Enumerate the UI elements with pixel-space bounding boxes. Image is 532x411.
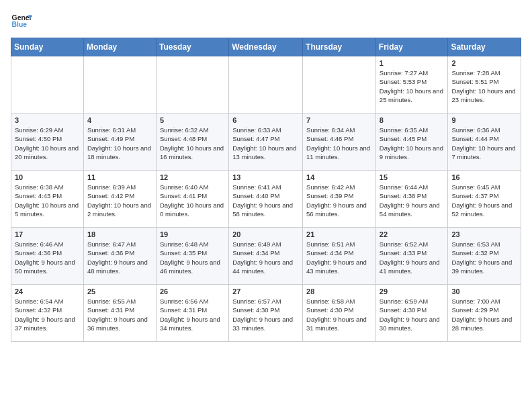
- day-number: 16: [451, 173, 517, 181]
- calendar-cell: 3Sunrise: 6:29 AM Sunset: 4:50 PM Daylig…: [11, 113, 84, 171]
- day-number: 20: [232, 230, 299, 238]
- calendar-header-row: SundayMondayTuesdayWednesdayThursdayFrid…: [11, 38, 521, 56]
- day-info: Sunrise: 6:51 AM Sunset: 4:34 PM Dayligh…: [306, 240, 372, 275]
- day-number: 14: [306, 173, 372, 181]
- calendar-cell: 29Sunrise: 6:59 AM Sunset: 4:30 PM Dayli…: [375, 285, 448, 342]
- day-number: 26: [160, 287, 225, 295]
- day-info: Sunrise: 7:00 AM Sunset: 4:29 PM Dayligh…: [451, 297, 517, 332]
- calendar-cell: 11Sunrise: 6:39 AM Sunset: 4:42 PM Dayli…: [83, 171, 156, 228]
- day-number: 11: [87, 173, 152, 181]
- column-header-tuesday: Tuesday: [156, 38, 228, 56]
- day-info: Sunrise: 6:42 AM Sunset: 4:39 PM Dayligh…: [306, 183, 372, 218]
- week-row-4: 17Sunrise: 6:46 AM Sunset: 4:36 PM Dayli…: [11, 228, 521, 285]
- day-info: Sunrise: 6:29 AM Sunset: 4:50 PM Dayligh…: [15, 126, 80, 161]
- calendar-cell: 28Sunrise: 6:58 AM Sunset: 4:30 PM Dayli…: [303, 285, 376, 342]
- day-number: 21: [306, 230, 372, 238]
- calendar-cell: 10Sunrise: 6:38 AM Sunset: 4:43 PM Dayli…: [11, 171, 84, 228]
- day-info: Sunrise: 6:33 AM Sunset: 4:47 PM Dayligh…: [232, 126, 299, 161]
- calendar-cell: [156, 56, 228, 113]
- calendar-cell: 23Sunrise: 6:53 AM Sunset: 4:32 PM Dayli…: [448, 228, 521, 285]
- calendar-cell: 15Sunrise: 6:44 AM Sunset: 4:38 PM Dayli…: [375, 171, 448, 228]
- day-number: 17: [15, 230, 80, 238]
- calendar-cell: [11, 56, 84, 113]
- day-info: Sunrise: 6:49 AM Sunset: 4:34 PM Dayligh…: [232, 240, 299, 275]
- day-info: Sunrise: 6:31 AM Sunset: 4:49 PM Dayligh…: [87, 126, 152, 161]
- day-info: Sunrise: 6:56 AM Sunset: 4:31 PM Dayligh…: [160, 297, 225, 332]
- day-info: Sunrise: 6:52 AM Sunset: 4:33 PM Dayligh…: [380, 240, 445, 275]
- day-number: 13: [232, 173, 299, 181]
- day-info: Sunrise: 6:53 AM Sunset: 4:32 PM Dayligh…: [451, 240, 517, 275]
- day-number: 27: [232, 287, 299, 295]
- calendar-cell: 2Sunrise: 7:28 AM Sunset: 5:51 PM Daylig…: [448, 56, 521, 113]
- calendar-cell: 1Sunrise: 7:27 AM Sunset: 5:53 PM Daylig…: [375, 56, 448, 113]
- day-info: Sunrise: 6:36 AM Sunset: 4:44 PM Dayligh…: [451, 126, 517, 161]
- calendar-cell: 14Sunrise: 6:42 AM Sunset: 4:39 PM Dayli…: [303, 171, 376, 228]
- day-number: 8: [380, 116, 445, 124]
- calendar-cell: 20Sunrise: 6:49 AM Sunset: 4:34 PM Dayli…: [229, 228, 303, 285]
- day-number: 22: [380, 230, 445, 238]
- week-row-3: 10Sunrise: 6:38 AM Sunset: 4:43 PM Dayli…: [11, 171, 521, 228]
- day-number: 18: [87, 230, 152, 238]
- day-number: 24: [15, 287, 80, 295]
- day-number: 19: [160, 230, 225, 238]
- day-info: Sunrise: 7:27 AM Sunset: 5:53 PM Dayligh…: [380, 68, 445, 104]
- day-number: 29: [380, 287, 445, 295]
- week-row-1: 1Sunrise: 7:27 AM Sunset: 5:53 PM Daylig…: [11, 56, 521, 113]
- day-info: Sunrise: 6:59 AM Sunset: 4:30 PM Dayligh…: [380, 297, 445, 332]
- calendar-cell: 30Sunrise: 7:00 AM Sunset: 4:29 PM Dayli…: [448, 285, 521, 342]
- column-header-wednesday: Wednesday: [229, 38, 303, 56]
- calendar-cell: 4Sunrise: 6:31 AM Sunset: 4:49 PM Daylig…: [83, 113, 156, 171]
- day-number: 9: [451, 116, 517, 124]
- day-number: 4: [87, 116, 152, 124]
- calendar-cell: 21Sunrise: 6:51 AM Sunset: 4:34 PM Dayli…: [303, 228, 376, 285]
- week-row-2: 3Sunrise: 6:29 AM Sunset: 4:50 PM Daylig…: [11, 113, 521, 171]
- day-number: 23: [451, 230, 517, 238]
- column-header-thursday: Thursday: [303, 38, 376, 56]
- day-number: 2: [451, 59, 517, 67]
- day-info: Sunrise: 6:34 AM Sunset: 4:46 PM Dayligh…: [306, 126, 372, 161]
- calendar-cell: 13Sunrise: 6:41 AM Sunset: 4:40 PM Dayli…: [229, 171, 303, 228]
- day-info: Sunrise: 6:44 AM Sunset: 4:38 PM Dayligh…: [380, 183, 445, 218]
- calendar-cell: 5Sunrise: 6:32 AM Sunset: 4:48 PM Daylig…: [156, 113, 228, 171]
- day-number: 25: [87, 287, 152, 295]
- day-info: Sunrise: 6:41 AM Sunset: 4:40 PM Dayligh…: [232, 183, 299, 218]
- day-info: Sunrise: 6:54 AM Sunset: 4:32 PM Dayligh…: [15, 297, 80, 332]
- day-info: Sunrise: 6:32 AM Sunset: 4:48 PM Dayligh…: [160, 126, 225, 161]
- calendar-cell: 6Sunrise: 6:33 AM Sunset: 4:47 PM Daylig…: [229, 113, 303, 171]
- logo-icon: General Blue: [11, 11, 32, 32]
- calendar-cell: 9Sunrise: 6:36 AM Sunset: 4:44 PM Daylig…: [448, 113, 521, 171]
- day-number: 10: [15, 173, 80, 181]
- calendar-cell: [83, 56, 156, 113]
- day-number: 30: [451, 287, 517, 295]
- day-info: Sunrise: 6:58 AM Sunset: 4:30 PM Dayligh…: [306, 297, 372, 332]
- page-header: General Blue: [11, 11, 521, 32]
- day-info: Sunrise: 7:28 AM Sunset: 5:51 PM Dayligh…: [451, 68, 517, 104]
- calendar-cell: 22Sunrise: 6:52 AM Sunset: 4:33 PM Dayli…: [375, 228, 448, 285]
- week-row-5: 24Sunrise: 6:54 AM Sunset: 4:32 PM Dayli…: [11, 285, 521, 342]
- day-number: 12: [160, 173, 225, 181]
- day-info: Sunrise: 6:46 AM Sunset: 4:36 PM Dayligh…: [15, 240, 80, 275]
- day-info: Sunrise: 6:39 AM Sunset: 4:42 PM Dayligh…: [87, 183, 152, 218]
- calendar-table: SundayMondayTuesdayWednesdayThursdayFrid…: [11, 38, 521, 342]
- column-header-monday: Monday: [83, 38, 156, 56]
- calendar-cell: [229, 56, 303, 113]
- calendar-cell: 12Sunrise: 6:40 AM Sunset: 4:41 PM Dayli…: [156, 171, 228, 228]
- day-number: 28: [306, 287, 372, 295]
- calendar-cell: 24Sunrise: 6:54 AM Sunset: 4:32 PM Dayli…: [11, 285, 84, 342]
- day-number: 1: [380, 59, 445, 67]
- calendar-cell: 16Sunrise: 6:45 AM Sunset: 4:37 PM Dayli…: [448, 171, 521, 228]
- calendar-cell: 8Sunrise: 6:35 AM Sunset: 4:45 PM Daylig…: [375, 113, 448, 171]
- column-header-sunday: Sunday: [11, 38, 84, 56]
- day-number: 6: [232, 116, 299, 124]
- day-info: Sunrise: 6:38 AM Sunset: 4:43 PM Dayligh…: [15, 183, 80, 218]
- calendar-cell: 26Sunrise: 6:56 AM Sunset: 4:31 PM Dayli…: [156, 285, 228, 342]
- day-info: Sunrise: 6:57 AM Sunset: 4:30 PM Dayligh…: [232, 297, 299, 332]
- day-number: 7: [306, 116, 372, 124]
- svg-text:Blue: Blue: [12, 21, 28, 28]
- day-number: 5: [160, 116, 225, 124]
- day-info: Sunrise: 6:47 AM Sunset: 4:36 PM Dayligh…: [87, 240, 152, 275]
- calendar-cell: [303, 56, 376, 113]
- day-number: 3: [15, 116, 80, 124]
- day-info: Sunrise: 6:48 AM Sunset: 4:35 PM Dayligh…: [160, 240, 225, 275]
- calendar-cell: 19Sunrise: 6:48 AM Sunset: 4:35 PM Dayli…: [156, 228, 228, 285]
